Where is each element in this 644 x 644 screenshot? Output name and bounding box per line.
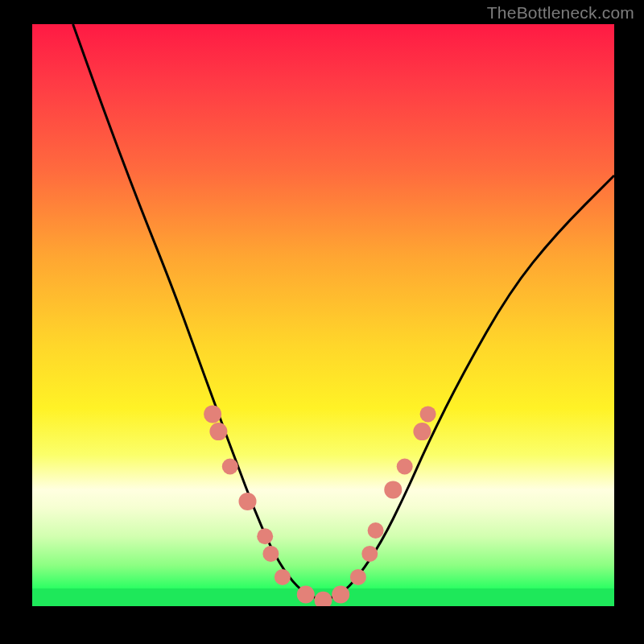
bottleneck-curve-svg [32, 24, 614, 606]
curve-marker [209, 423, 227, 440]
curve-marker [350, 569, 366, 585]
plot-area [32, 24, 614, 606]
watermark-text: TheBottleneck.com [487, 3, 634, 23]
curve-marker [384, 481, 402, 498]
curve-marker [361, 546, 378, 562]
curve-marker [397, 459, 413, 475]
curve-marker [332, 586, 349, 604]
bottleneck-curve-path [73, 24, 614, 599]
chart-frame: TheBottleneck.com [0, 0, 644, 644]
curve-marker [297, 586, 315, 604]
curve-marker [222, 459, 238, 475]
curve-marker [204, 405, 221, 423]
curve-marker [420, 406, 436, 422]
curve-marker [275, 569, 291, 585]
curve-marker [413, 423, 431, 440]
curve-marker [257, 528, 273, 544]
curve-markers [204, 405, 436, 606]
curve-marker [262, 546, 279, 562]
curve-marker [239, 493, 257, 510]
curve-marker [315, 592, 332, 606]
curve-marker [368, 522, 384, 539]
